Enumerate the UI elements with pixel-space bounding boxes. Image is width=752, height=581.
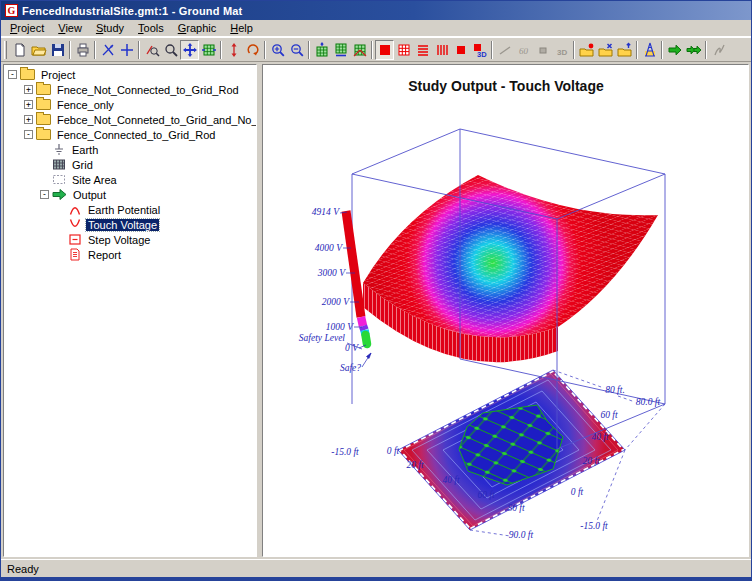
- signature-button[interactable]: [709, 40, 728, 60]
- folder-open-icon: [20, 69, 35, 80]
- zoom-window-button[interactable]: [142, 40, 161, 60]
- slice-line-button[interactable]: [495, 40, 514, 60]
- plot-contour-horizontal-button[interactable]: [413, 40, 432, 60]
- tree-item-label: Output: [71, 189, 108, 201]
- svg-text:40 ft: 40 ft: [442, 475, 460, 485]
- open-project-button[interactable]: [29, 40, 48, 60]
- save-button[interactable]: [48, 40, 67, 60]
- fit-extents-button[interactable]: [199, 40, 218, 60]
- toolbar-separator: [264, 41, 266, 59]
- toolbar-separator: [491, 41, 493, 59]
- folder-export-study-button[interactable]: [615, 40, 634, 60]
- tree-item-label: Grid: [70, 159, 95, 171]
- zoom-out-button[interactable]: [287, 40, 306, 60]
- slice-3d-button[interactable]: 3D: [552, 40, 571, 60]
- slice-square-button[interactable]: [533, 40, 552, 60]
- svg-text:80 ft: 80 ft: [507, 503, 525, 513]
- slice-angle-button[interactable]: 60: [514, 40, 533, 60]
- app-icon: G: [5, 4, 18, 17]
- window-bottom-border: [1, 577, 751, 580]
- plot-3d-view-button[interactable]: 3D: [470, 40, 489, 60]
- menu-bar: Project View Study Tools Graphic Help: [1, 20, 751, 37]
- menu-help[interactable]: Help: [223, 21, 260, 35]
- tree-item-earth[interactable]: Earth: [6, 142, 256, 157]
- menu-view[interactable]: View: [51, 21, 89, 35]
- earth-potential-icon: [68, 203, 82, 216]
- transmission-tower-button[interactable]: [640, 40, 659, 60]
- menu-project[interactable]: Project: [3, 21, 51, 35]
- touch-voltage-icon: [68, 218, 82, 231]
- rotate-axes-button[interactable]: [98, 40, 117, 60]
- pan-button[interactable]: [180, 40, 199, 60]
- tree-item-output[interactable]: - Output: [6, 187, 256, 202]
- tree-item-label: Earth Potential: [86, 204, 162, 216]
- tree-item-febce-not-conneted[interactable]: + Febce_Not_Conneted_to_Grid_and_No_Rods: [6, 112, 256, 127]
- tree-expander[interactable]: +: [24, 115, 33, 124]
- svg-text:90.0 ft: 90.0 ft: [509, 530, 534, 540]
- svg-text:60: 60: [519, 46, 529, 56]
- zoom-in-button[interactable]: [268, 40, 287, 60]
- touch-voltage-3d-plot[interactable]: Study Output - Touch Voltage: [263, 65, 744, 557]
- tree-item-step-voltage[interactable]: Step Voltage: [6, 232, 256, 247]
- svg-text:0 ft: 0 ft: [387, 446, 400, 456]
- tree-item-earth-potential[interactable]: Earth Potential: [6, 202, 256, 217]
- folder-icon: [36, 114, 51, 125]
- folder-new-study-button[interactable]: [577, 40, 596, 60]
- status-text: Ready: [7, 563, 39, 575]
- new-document-button[interactable]: [10, 40, 29, 60]
- rotate-vertical-button[interactable]: [224, 40, 243, 60]
- plot-small-surface-button[interactable]: [451, 40, 470, 60]
- svg-text:0 ft: 0 ft: [571, 487, 584, 497]
- tree-expander[interactable]: -: [8, 70, 17, 79]
- folder-delete-study-button[interactable]: [596, 40, 615, 60]
- plot-solid-surface-button[interactable]: [375, 40, 394, 60]
- print-button[interactable]: [73, 40, 92, 60]
- tree-expander[interactable]: -: [24, 130, 33, 139]
- run-all-studies-button[interactable]: [684, 40, 703, 60]
- tree-item-fence-only[interactable]: + Fence_only: [6, 97, 256, 112]
- svg-text:-15.0 ft: -15.0 ft: [331, 447, 359, 457]
- toolbar-grip[interactable]: [4, 41, 7, 59]
- rotate-cycle-button[interactable]: [243, 40, 262, 60]
- tree-item-project[interactable]: - Project: [6, 67, 256, 82]
- menu-study[interactable]: Study: [89, 21, 131, 35]
- svg-text:40 ft: 40 ft: [591, 432, 609, 442]
- toolbar-separator: [573, 41, 575, 59]
- menu-graphic[interactable]: Graphic: [171, 21, 224, 35]
- svg-text:4914 V: 4914 V: [312, 207, 340, 217]
- folder-icon: [36, 129, 51, 140]
- view-side-button[interactable]: [350, 40, 369, 60]
- run-study-button[interactable]: [665, 40, 684, 60]
- menu-tools[interactable]: Tools: [131, 21, 171, 35]
- tree-expander[interactable]: -: [40, 190, 49, 199]
- tree-item-label: Touch Voltage: [86, 219, 159, 231]
- tree-item-fence-connected[interactable]: - Fence_Connected_to_Grid_Rod: [6, 127, 256, 142]
- svg-text:4000 V: 4000 V: [315, 243, 343, 253]
- tree-item-label: Step Voltage: [86, 234, 152, 246]
- magnifier-button[interactable]: [161, 40, 180, 60]
- toolbar-separator: [371, 41, 373, 59]
- tree-expander[interactable]: +: [24, 85, 33, 94]
- svg-text:20 ft: 20 ft: [406, 460, 424, 470]
- view-front-button[interactable]: [331, 40, 350, 60]
- view-top-button[interactable]: [312, 40, 331, 60]
- svg-text:3D: 3D: [557, 48, 567, 57]
- title-bar: G FencedIndustrialSite.gmt:1 - Ground Ma…: [1, 1, 751, 20]
- crosshair-button[interactable]: [117, 40, 136, 60]
- earth-ground-icon: [52, 143, 66, 156]
- tree-item-report[interactable]: Report: [6, 247, 256, 262]
- tree-item-touch-voltage[interactable]: Touch Voltage: [6, 217, 256, 232]
- status-bar: Ready: [1, 559, 751, 577]
- tree-item-fnece-not-connected[interactable]: + Fnece_Not_Connected_to_Grid_Rod: [6, 82, 256, 97]
- tree-item-grid[interactable]: Grid: [6, 157, 256, 172]
- report-icon: [68, 248, 82, 261]
- svg-text:60 ft: 60 ft: [600, 410, 618, 420]
- tree-expander[interactable]: +: [24, 100, 33, 109]
- grid-icon: [52, 158, 66, 171]
- tree-item-label: Project: [39, 69, 77, 81]
- tree-item-label: Report: [86, 249, 123, 261]
- plot-contour-vertical-button[interactable]: [432, 40, 451, 60]
- tree-item-label: Fence_Connected_to_Grid_Rod: [55, 129, 217, 141]
- tree-item-site-area[interactable]: Site Area: [6, 172, 256, 187]
- plot-grid-button[interactable]: [394, 40, 413, 60]
